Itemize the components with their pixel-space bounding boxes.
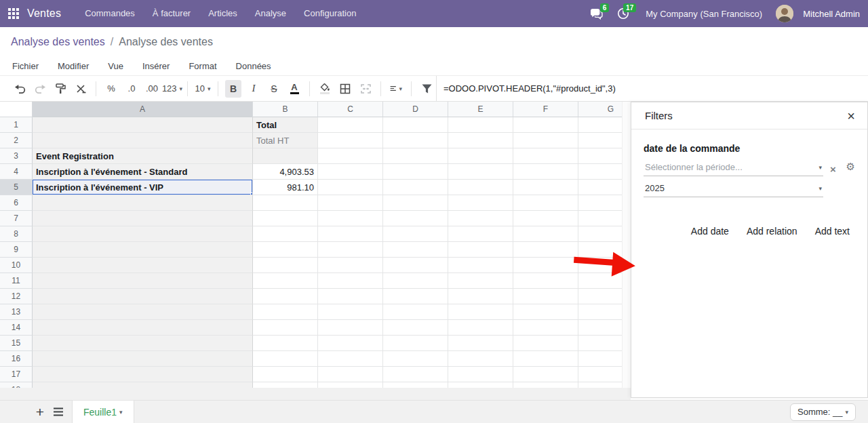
spreadsheet-grid[interactable]: ABCDEFG1Total2Total HT3Event Registratio… <box>0 102 622 388</box>
cell-A2[interactable] <box>33 133 253 148</box>
cell-E7[interactable] <box>448 211 513 226</box>
cell-F3[interactable] <box>513 148 578 164</box>
cell-C16[interactable] <box>318 351 383 367</box>
cell-F18[interactable] <box>513 382 578 388</box>
bold-button[interactable]: B <box>225 80 241 98</box>
row-header-4[interactable]: 4 <box>0 164 33 180</box>
gear-icon[interactable]: ⚙ <box>846 161 855 173</box>
cell-D2[interactable] <box>383 133 448 148</box>
cell-G10[interactable] <box>578 258 622 273</box>
menu-donnees[interactable]: Données <box>226 57 281 76</box>
row-header-8[interactable]: 8 <box>0 226 33 242</box>
cell-A18[interactable] <box>33 382 253 388</box>
breadcrumb-parent-link[interactable]: Analyse des ventes <box>11 36 105 48</box>
cell-B15[interactable] <box>253 336 318 351</box>
row-header-16[interactable]: 16 <box>0 351 33 367</box>
cell-E10[interactable] <box>448 258 513 273</box>
row-header-9[interactable]: 9 <box>0 242 33 258</box>
cell-F6[interactable] <box>513 195 578 211</box>
filter-button[interactable] <box>418 80 435 98</box>
cell-G13[interactable] <box>578 304 622 320</box>
text-color-button[interactable]: A <box>286 80 302 98</box>
strikethrough-button[interactable]: S <box>266 80 282 98</box>
cell-E16[interactable] <box>448 351 513 367</box>
row-header-14[interactable]: 14 <box>0 320 33 336</box>
menu-vue[interactable]: Vue <box>98 57 133 76</box>
cell-A10[interactable] <box>33 258 253 273</box>
cell-F8[interactable] <box>513 226 578 242</box>
cell-D13[interactable] <box>383 304 448 320</box>
sheet-list-icon[interactable] <box>53 407 64 416</box>
cell-C12[interactable] <box>318 289 383 304</box>
row-header-13[interactable]: 13 <box>0 304 33 320</box>
add-text-button[interactable]: Add text <box>815 226 850 237</box>
cell-D4[interactable] <box>383 164 448 180</box>
cell-F11[interactable] <box>513 273 578 289</box>
cell-A8[interactable] <box>33 226 253 242</box>
nav-item-articles[interactable]: Articles <box>199 0 246 27</box>
row-header-17[interactable]: 17 <box>0 367 33 382</box>
nav-item-a-facturer[interactable]: À facturer <box>144 0 199 27</box>
cell-G17[interactable] <box>578 367 622 382</box>
cell-E13[interactable] <box>448 304 513 320</box>
cell-G1[interactable] <box>578 117 622 133</box>
borders-button[interactable] <box>337 80 353 98</box>
cell-C15[interactable] <box>318 336 383 351</box>
cell-F17[interactable] <box>513 367 578 382</box>
row-header-7[interactable]: 7 <box>0 211 33 226</box>
cell-A15[interactable] <box>33 336 253 351</box>
italic-button[interactable]: I <box>245 80 262 98</box>
cell-E2[interactable] <box>448 133 513 148</box>
cell-D5[interactable] <box>383 180 448 195</box>
merge-cells-button[interactable] <box>357 80 374 98</box>
row-header-12[interactable]: 12 <box>0 289 33 304</box>
cell-C9[interactable] <box>318 242 383 258</box>
cell-B17[interactable] <box>253 367 318 382</box>
cell-G8[interactable] <box>578 226 622 242</box>
cell-B5[interactable]: 981.10 <box>253 180 318 195</box>
cell-F1[interactable] <box>513 117 578 133</box>
cell-C13[interactable] <box>318 304 383 320</box>
cell-B11[interactable] <box>253 273 318 289</box>
menu-format[interactable]: Format <box>179 57 226 76</box>
cell-B3[interactable] <box>253 148 318 164</box>
cell-B9[interactable] <box>253 242 318 258</box>
aggregate-sum-button[interactable]: Somme: __ ▾ <box>790 403 856 421</box>
cell-G16[interactable] <box>578 351 622 367</box>
cell-C5[interactable] <box>318 180 383 195</box>
cell-B4[interactable]: 4,903.53 <box>253 164 318 180</box>
fill-color-button[interactable] <box>317 80 333 98</box>
app-name[interactable]: Ventes <box>27 7 61 20</box>
cell-C7[interactable] <box>318 211 383 226</box>
clear-filter-icon[interactable]: × <box>830 163 836 175</box>
cell-F13[interactable] <box>513 304 578 320</box>
cell-C3[interactable] <box>318 148 383 164</box>
column-header-C[interactable]: C <box>318 102 383 117</box>
cell-D9[interactable] <box>383 242 448 258</box>
align-menu[interactable]: ▾ <box>388 80 404 98</box>
cell-A14[interactable] <box>33 320 253 336</box>
paint-format-button[interactable] <box>52 80 68 98</box>
cell-E1[interactable] <box>448 117 513 133</box>
cell-G14[interactable] <box>578 320 622 336</box>
cell-E12[interactable] <box>448 289 513 304</box>
cell-A13[interactable] <box>33 304 253 320</box>
cell-F12[interactable] <box>513 289 578 304</box>
cell-D7[interactable] <box>383 211 448 226</box>
column-header-G[interactable]: G <box>578 102 622 117</box>
nav-item-commandes[interactable]: Commandes <box>76 0 144 27</box>
cell-E15[interactable] <box>448 336 513 351</box>
formula-bar[interactable]: =ODOO.PIVOT.HEADER(1,"#product_id",3) <box>436 76 868 101</box>
cell-F16[interactable] <box>513 351 578 367</box>
cell-B16[interactable] <box>253 351 318 367</box>
cell-B2[interactable]: Total HT <box>253 133 318 148</box>
cell-A11[interactable] <box>33 273 253 289</box>
cell-C6[interactable] <box>318 195 383 211</box>
cell-E11[interactable] <box>448 273 513 289</box>
cell-G12[interactable] <box>578 289 622 304</box>
cell-G11[interactable] <box>578 273 622 289</box>
horizontal-scrollbar[interactable] <box>0 388 631 400</box>
cell-C10[interactable] <box>318 258 383 273</box>
row-header-2[interactable]: 2 <box>0 133 33 148</box>
cell-D17[interactable] <box>383 367 448 382</box>
